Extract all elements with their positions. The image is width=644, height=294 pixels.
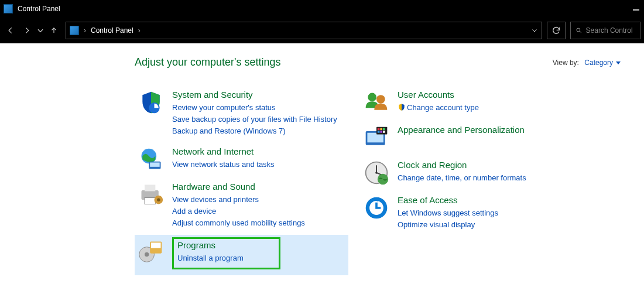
task-link[interactable]: View network status and tasks [172, 159, 275, 170]
right-column: User Accounts Change account type Appear [360, 86, 574, 275]
search-input[interactable] [586, 26, 635, 35]
svg-rect-20 [380, 128, 382, 131]
category-ease-of-access: Ease of Access Let Windows suggest setti… [360, 192, 574, 237]
category-appearance: Appearance and Personalization [360, 121, 574, 156]
category-title[interactable]: Programs [177, 240, 244, 250]
view-by-select[interactable]: Category [584, 59, 621, 67]
svg-rect-24 [383, 131, 385, 133]
category-hardware-sound: Hardware and Sound View devices and prin… [135, 178, 348, 235]
task-link[interactable]: Add a device [172, 206, 305, 217]
address-dropdown-icon[interactable] [531, 27, 538, 34]
svg-rect-13 [151, 242, 161, 248]
task-link[interactable]: View devices and printers [172, 194, 305, 206]
category-title[interactable]: Clock and Region [398, 160, 526, 170]
titlebar: Control Panel [0, 0, 644, 18]
view-by-label: View by: [553, 59, 579, 67]
navbar: › Control Panel › [0, 18, 644, 43]
page-heading: Adjust your computer's settings [135, 56, 281, 69]
printer-icon [138, 182, 164, 207]
category-title[interactable]: Network and Internet [172, 146, 275, 156]
task-link[interactable]: Change account type [398, 102, 479, 114]
task-link[interactable]: Backup and Restore (Windows 7) [172, 125, 337, 137]
category-user-accounts: User Accounts Change account type [360, 86, 574, 121]
shield-icon [138, 90, 164, 115]
task-link[interactable]: Adjust commonly used mobility settings [172, 217, 305, 229]
svg-rect-4 [150, 163, 160, 167]
task-link[interactable]: Change date, time, or number formats [398, 172, 526, 184]
task-link[interactable]: Save backup copies of your files with Fi… [172, 114, 337, 125]
content-area: Adjust your computer's settings View by:… [0, 43, 644, 294]
category-title[interactable]: Hardware and Sound [172, 182, 305, 192]
appearance-icon [364, 125, 389, 151]
control-panel-icon [4, 4, 13, 13]
up-button[interactable] [47, 23, 61, 37]
category-title[interactable]: User Accounts [398, 90, 479, 100]
breadcrumb-item[interactable]: Control Panel [91, 26, 133, 35]
minimize-button[interactable] [633, 9, 639, 11]
svg-point-14 [368, 93, 376, 102]
svg-rect-7 [145, 198, 155, 204]
refresh-button[interactable] [547, 22, 566, 39]
ease-of-access-icon [364, 195, 389, 221]
address-bar[interactable]: › Control Panel › [66, 22, 542, 39]
svg-point-11 [145, 252, 149, 257]
window-title: Control Panel [18, 5, 60, 13]
uac-shield-icon [398, 103, 406, 111]
svg-rect-23 [380, 131, 382, 133]
svg-point-0 [577, 28, 580, 32]
programs-icon [138, 238, 164, 264]
clock-icon [364, 160, 389, 186]
forward-button[interactable] [20, 23, 34, 37]
category-programs[interactable]: Programs Uninstall a program [135, 235, 348, 275]
breadcrumb-separator: › [84, 26, 86, 35]
svg-point-15 [376, 95, 385, 104]
task-link[interactable]: Let Windows suggest settings [398, 207, 498, 219]
category-system-security: System and Security Review your computer… [135, 86, 348, 143]
category-title[interactable]: Ease of Access [398, 195, 498, 205]
task-link[interactable]: Review your computer's status [172, 102, 337, 114]
task-link[interactable]: Optimize visual display [398, 219, 498, 231]
search-icon [576, 26, 583, 35]
address-cp-icon [70, 26, 79, 35]
search-box[interactable] [570, 22, 640, 39]
view-by-control: View by: Category [553, 59, 621, 67]
category-title[interactable]: System and Security [172, 90, 337, 100]
svg-rect-22 [378, 131, 380, 133]
category-clock-region: Clock and Region Change date, time, or n… [360, 156, 574, 192]
task-link[interactable]: Uninstall a program [177, 252, 244, 264]
svg-rect-6 [145, 185, 155, 192]
left-column: System and Security Review your computer… [135, 86, 348, 275]
svg-point-9 [157, 198, 160, 201]
back-button[interactable] [4, 23, 18, 37]
category-title[interactable]: Appearance and Personalization [398, 125, 525, 135]
recent-locations-button[interactable] [36, 23, 44, 37]
user-accounts-icon [364, 90, 389, 115]
svg-rect-19 [378, 128, 380, 131]
globe-network-icon [138, 146, 164, 172]
category-network-internet: Network and Internet View network status… [135, 143, 348, 178]
breadcrumb-separator: › [138, 26, 141, 35]
svg-rect-21 [383, 128, 385, 131]
